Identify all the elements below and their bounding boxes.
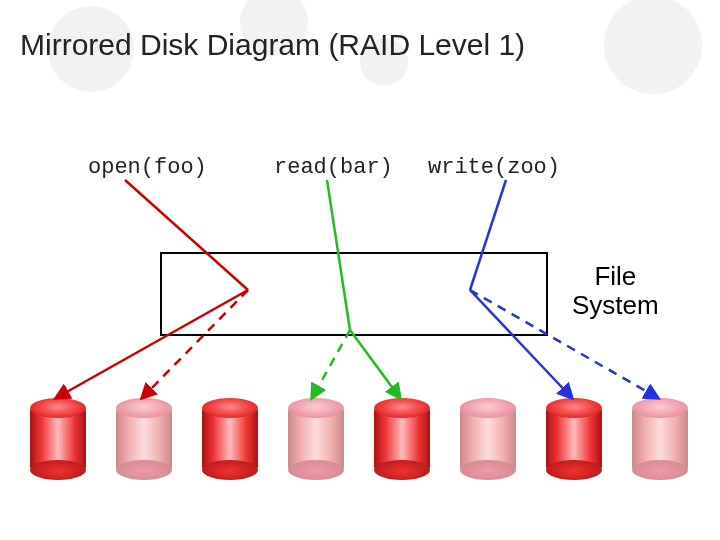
operation-label: read(bar) bbox=[274, 155, 393, 180]
disk-primary bbox=[374, 398, 430, 480]
disk-primary bbox=[202, 398, 258, 480]
operation-label: open(foo) bbox=[88, 155, 207, 180]
background-bullet bbox=[604, 0, 702, 94]
file-system-label: FileSystem bbox=[572, 262, 659, 319]
operation-label: write(zoo) bbox=[428, 155, 560, 180]
disk-primary bbox=[546, 398, 602, 480]
disk-mirror bbox=[460, 398, 516, 480]
svg-line-5 bbox=[312, 330, 350, 398]
file-system-box bbox=[160, 252, 548, 336]
disk-mirror bbox=[116, 398, 172, 480]
slide-title: Mirrored Disk Diagram (RAID Level 1) bbox=[20, 28, 525, 62]
svg-line-4 bbox=[350, 330, 400, 398]
disk-primary bbox=[30, 398, 86, 480]
disk-mirror bbox=[632, 398, 688, 480]
disk-mirror bbox=[288, 398, 344, 480]
